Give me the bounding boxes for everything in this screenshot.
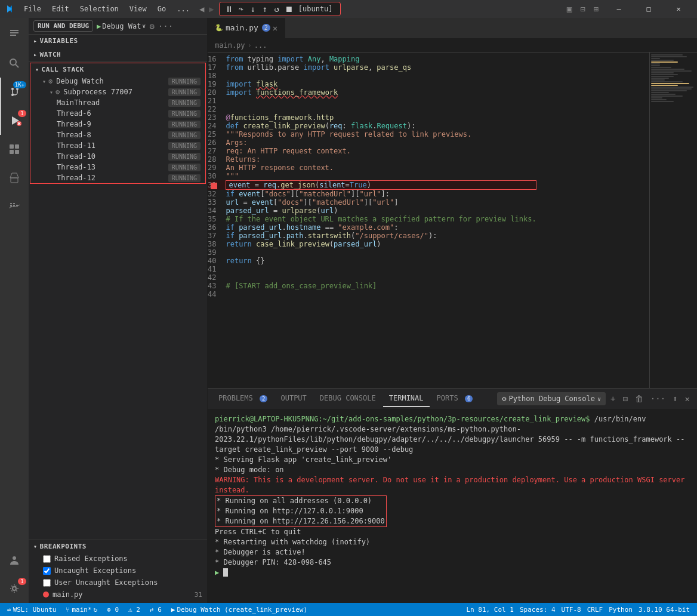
tab-close-icon[interactable]: ✕ <box>273 24 277 32</box>
maximize-btn[interactable]: □ <box>635 0 662 18</box>
activity-source-control[interactable]: 1K+ <box>0 78 29 106</box>
thread-8[interactable]: Thread-8 RUNNING <box>30 130 205 140</box>
status-branch[interactable]: ⑂ main* ↻ <box>63 606 100 614</box>
python-debug-console-btn[interactable]: ⚙ Python Debug Console ∨ <box>497 392 606 405</box>
debug-step-out-btn[interactable]: ↑ <box>260 4 270 14</box>
close-btn[interactable]: ✕ <box>665 0 692 18</box>
minimap-line <box>651 67 671 68</box>
thread13-status: RUNNING <box>168 164 201 171</box>
menu-go[interactable]: Go <box>153 4 171 14</box>
tab-terminal[interactable]: TERMINAL <box>383 390 430 407</box>
thread-9[interactable]: Thread-9 RUNNING <box>30 119 205 130</box>
thread8-status: RUNNING <box>168 131 201 139</box>
debug-restart-btn[interactable]: ↺ <box>272 4 282 14</box>
menu-file[interactable]: File <box>19 4 46 14</box>
status-debug-name[interactable]: ▶ Debug Watch (create_link_preview) <box>169 606 310 614</box>
watch-section-header[interactable]: ▸ WATCH <box>29 48 207 61</box>
uncaught-exceptions-checkbox[interactable] <box>43 567 51 575</box>
panel-maximize-icon[interactable]: ⬆ <box>670 393 680 405</box>
debug-step-over-btn[interactable]: ↷ <box>236 4 246 14</box>
minimap-line <box>651 85 678 86</box>
activity-docker[interactable] <box>0 192 29 221</box>
menu-edit[interactable]: Edit <box>47 4 74 14</box>
status-line-col[interactable]: Ln 81, Col 1 <box>464 606 516 614</box>
tab-main-py[interactable]: 🐍 main.py 2 ✕ <box>208 18 285 38</box>
subprocess-label: Subprocess 77007 <box>63 88 166 96</box>
thread-13[interactable]: Thread-13 RUNNING <box>30 162 205 173</box>
layout-single-icon[interactable]: ▣ <box>567 4 572 14</box>
thread-6[interactable]: Thread-6 RUNNING <box>30 108 205 119</box>
breadcrumb-file[interactable]: main.py <box>215 41 245 50</box>
terminal-line-9: * Debugger is active! <box>215 547 690 558</box>
main-py-breakpoint[interactable]: main.py 31 <box>29 589 207 600</box>
status-wsl[interactable]: ⇌ WSL: Ubuntu <box>5 606 58 614</box>
uncaught-exceptions-item: Uncaught Exceptions <box>29 565 207 577</box>
terminal-running-172: * Running on http://172.26.156.206:9000 <box>217 517 385 525</box>
user-uncaught-exceptions-checkbox[interactable] <box>43 579 51 587</box>
status-errors[interactable]: ⊗ 0 <box>104 606 121 614</box>
breadcrumb-path[interactable]: ... <box>254 41 267 50</box>
breakpoint-dot-icon <box>43 592 49 597</box>
tab-debug-console[interactable]: DEBUG CONSOLE <box>314 390 382 407</box>
layout-split-icon[interactable]: ⊟ <box>580 4 585 14</box>
thread-11[interactable]: Thread-11 RUNNING <box>30 140 205 151</box>
nav-back-icon[interactable]: ◀ <box>199 4 204 14</box>
callstack-subprocess-group[interactable]: ▾ ⚙ Subprocess 77007 RUNNING <box>30 87 205 97</box>
chevron-down-icon: ∨ <box>142 23 146 29</box>
status-spaces[interactable]: Spaces: 4 <box>517 606 558 614</box>
more-icon[interactable]: ··· <box>158 21 173 31</box>
split-terminal-icon[interactable]: ⊟ <box>620 393 630 405</box>
debug-stop-btn[interactable]: ⏹ <box>284 4 294 14</box>
terminal-content[interactable]: pierrick@LAPTOP-HKU5PNNG:~/git/add-ons-s… <box>208 409 697 603</box>
activity-extensions[interactable] <box>0 135 29 164</box>
menu-view[interactable]: View <box>125 4 152 14</box>
status-line-ending[interactable]: CRLF <box>585 606 606 614</box>
menu-selection[interactable]: Selection <box>75 4 124 14</box>
variables-section-header[interactable]: ▸ VARIABLES <box>29 35 207 47</box>
nav-forward-icon[interactable]: ▶ <box>209 4 214 14</box>
panel-close-icon[interactable]: ✕ <box>683 393 692 405</box>
panel-more-icon[interactable]: ··· <box>648 393 668 405</box>
menu-more[interactable]: ... <box>172 4 195 14</box>
debug-config-selector[interactable]: ▶ Debug Wat ∨ <box>97 22 146 30</box>
callstack-debug-watch-group[interactable]: ▾ ⚙ Debug Watch RUNNING <box>30 76 205 87</box>
thread9-label: Thread-9 <box>57 120 166 128</box>
activity-explorer[interactable] <box>0 20 29 49</box>
errors-label: ⊗ 0 <box>107 606 119 614</box>
code-editor[interactable]: 16 from typing import Any, Mapping 17 fr… <box>208 53 649 388</box>
minimap <box>649 53 697 388</box>
svg-rect-17 <box>10 205 12 207</box>
code-line-38: 38 return case_link_preview(parsed_url) <box>208 240 536 248</box>
add-terminal-icon[interactable]: + <box>608 393 618 405</box>
minimize-btn[interactable]: — <box>605 0 633 18</box>
status-language[interactable]: Python <box>606 606 635 614</box>
status-ports[interactable]: ⇄ 6 <box>147 606 164 614</box>
thread-mainthread[interactable]: MainThread RUNNING <box>30 97 205 108</box>
run-icon: ▶ <box>97 22 101 30</box>
mainpy-bp-label: main.py <box>53 590 83 599</box>
activity-search[interactable] <box>0 49 29 78</box>
minimap-line <box>651 76 674 77</box>
activity-testing[interactable] <box>0 164 29 192</box>
status-version[interactable]: 3.8.10 64-bit <box>636 606 692 614</box>
breakpoints-section-header[interactable]: ▾ BREAKPOINTS <box>29 540 207 553</box>
tab-problems[interactable]: PROBLEMS 2 <box>212 390 273 407</box>
thread-12[interactable]: Thread-12 RUNNING <box>30 173 205 183</box>
trash-icon[interactable]: 🗑 <box>633 393 646 405</box>
debug-continue-btn[interactable]: ⏸ <box>224 4 234 14</box>
gear-icon[interactable]: ⚙ <box>149 21 154 31</box>
raised-exceptions-checkbox[interactable] <box>43 555 51 563</box>
tab-modified-badge: 2 <box>262 24 270 32</box>
activity-account[interactable] <box>0 546 29 574</box>
status-encoding[interactable]: UTF-8 <box>559 606 584 614</box>
activity-run-debug[interactable]: 1 <box>0 106 29 135</box>
status-warnings[interactable]: ⚠ 2 <box>126 606 143 614</box>
activity-settings[interactable]: 1 <box>0 574 29 603</box>
thread-10[interactable]: Thread-10 RUNNING <box>30 151 205 162</box>
debug-step-into-btn[interactable]: ↓ <box>248 4 258 14</box>
layout-grid-icon[interactable]: ⊞ <box>594 4 599 14</box>
minimap-line <box>651 87 693 88</box>
tab-ports[interactable]: PORTS 6 <box>431 390 479 407</box>
callstack-section-header[interactable]: ▾ CALL STACK <box>30 63 205 76</box>
tab-output[interactable]: OUTPUT <box>275 390 312 407</box>
